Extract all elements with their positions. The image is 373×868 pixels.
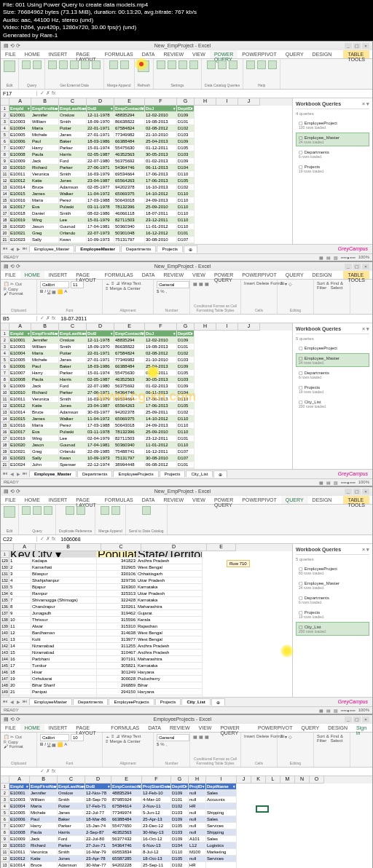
name-box[interactable]: F17: [1, 91, 37, 96]
cell[interactable]: D102: [171, 803, 189, 810]
cell[interactable]: Services: [206, 856, 237, 862]
cell[interactable]: E10006: [9, 363, 31, 370]
cell[interactable]: Harris: [58, 829, 85, 836]
cell[interactable]: E10012: [9, 178, 31, 184]
cell[interactable]: 22-07-1980: [87, 158, 114, 165]
cell[interactable]: Onslow: [59, 112, 87, 119]
cell[interactable]: 15-01-1974: [87, 145, 114, 151]
cell[interactable]: 65587285: [111, 856, 142, 862]
cell[interactable]: Lee: [59, 217, 87, 224]
tab-design[interactable]: DESIGN: [308, 496, 337, 504]
cell[interactable]: Kulti: [31, 636, 97, 643]
from-file-icon[interactable]: [59, 60, 68, 69]
format-table-button[interactable]: ▦: [199, 734, 203, 739]
cell[interactable]: D107: [177, 237, 195, 243]
table-header-empfirstname[interactable]: EmpFirstName: [31, 331, 59, 337]
cell[interactable]: 55475630: [114, 145, 145, 151]
cell[interactable]: Andhra Pradesh: [137, 643, 203, 650]
cell[interactable]: D101: [177, 462, 195, 468]
cell[interactable]: 27-06-1971: [87, 390, 114, 396]
col-header-A[interactable]: A: [9, 776, 30, 784]
tab-page-layout[interactable]: PAGE LAYOUT: [71, 50, 100, 58]
cell[interactable]: Parker: [59, 145, 87, 151]
col-header-D[interactable]: D: [141, 544, 207, 551]
tab-view[interactable]: VIEW: [188, 496, 210, 504]
cell[interactable]: Harry: [31, 370, 59, 376]
cell[interactable]: Jack: [30, 836, 58, 843]
close-pane-button[interactable]: × ▾: [362, 326, 369, 332]
cell[interactable]: Tumkur: [31, 663, 97, 669]
cell[interactable]: 12-02-2010: [145, 112, 177, 119]
add-sheet-button[interactable]: ⊕: [213, 470, 227, 478]
add-sheet-button[interactable]: ⊕: [184, 245, 197, 253]
table-header-empcontactnum[interactable]: EmpContactNum: [114, 106, 145, 112]
header-population[interactable]: Population (2011) ▾: [97, 551, 137, 558]
cell[interactable]: Sally: [31, 455, 59, 462]
cell[interactable]: 77349982: [114, 132, 145, 138]
cell[interactable]: 77349974: [111, 810, 142, 816]
cell[interactable]: 311255: [97, 643, 137, 650]
cell[interactable]: 294150: [97, 689, 137, 695]
cell[interactable]: 06-08-2012: [145, 243, 177, 244]
cell[interactable]: Baker: [58, 816, 85, 823]
data-catalog-icon[interactable]: [218, 60, 227, 69]
cell[interactable]: 3: [9, 571, 31, 577]
tab-formulas[interactable]: FORMULAS: [101, 496, 138, 504]
cell[interactable]: D104: [177, 390, 195, 396]
cell[interactable]: 01-02-2013: [145, 158, 177, 165]
cell[interactable]: 48835294: [114, 337, 145, 344]
cell[interactable]: D103: [177, 151, 195, 158]
wrap-text-button[interactable]: Wrap Text: [122, 734, 141, 738]
cell[interactable]: Katie: [31, 178, 59, 184]
cell[interactable]: E10008: [9, 151, 31, 158]
cell[interactable]: Jones: [59, 403, 87, 409]
cell[interactable]: Walker: [59, 191, 87, 197]
cell[interactable]: Rajasthan: [137, 623, 203, 630]
context-tab-table-tools[interactable]: TABLE TOOLS: [343, 496, 369, 504]
number-format-input[interactable]: [157, 281, 189, 288]
cell[interactable]: 24-09-2013: [145, 197, 177, 204]
tab-file[interactable]: FILE: [1, 50, 20, 58]
cell[interactable]: 78132396: [114, 204, 145, 210]
cell[interactable]: 319462: [97, 610, 137, 617]
italic-button[interactable]: I: [44, 742, 46, 746]
cell[interactable]: 54364746: [111, 843, 142, 849]
cell[interactable]: Smith: [59, 210, 87, 217]
query-employee_master[interactable]: ▢ Employee_Master24 rows loaded.: [296, 353, 369, 367]
tab-insert[interactable]: INSERT: [44, 724, 72, 732]
cell[interactable]: D104: [171, 843, 189, 849]
cell[interactable]: Jennifer: [31, 337, 59, 344]
cell[interactable]: John: [31, 462, 59, 468]
cell[interactable]: 7: [9, 597, 31, 604]
cell[interactable]: Haryana: [137, 689, 203, 695]
cell[interactable]: E10004: [9, 125, 31, 132]
fx-icon[interactable]: ✓ ✗ fx: [37, 768, 58, 774]
col-header-L[interactable]: L: [266, 776, 280, 784]
cell[interactable]: Parker: [59, 390, 87, 396]
align-top-button[interactable]: ⫠: [106, 734, 110, 738]
close-pane-button[interactable]: × ▾: [362, 101, 369, 107]
cell[interactable]: E10014: [9, 409, 31, 416]
cell[interactable]: Richard: [31, 390, 59, 396]
cell[interactable]: Shahjahanpur: [31, 577, 97, 584]
cell[interactable]: 65564263: [114, 178, 145, 184]
align-middle-button[interactable]: ≡: [111, 281, 114, 285]
cell[interactable]: 38994448: [114, 462, 145, 468]
cell[interactable]: 22-01-1971: [87, 350, 114, 357]
cell[interactable]: M100: [189, 849, 206, 856]
col-header-C[interactable]: C: [101, 544, 141, 551]
cell[interactable]: 18-03-1986: [87, 363, 114, 370]
cell[interactable]: 326360: [97, 584, 137, 591]
cell[interactable]: E10018: [9, 210, 31, 217]
wrap-text-button[interactable]: Wrap Text: [122, 281, 141, 285]
cell[interactable]: 14-10-2012: [145, 191, 177, 197]
cell[interactable]: Karnataka: [137, 597, 203, 604]
cell[interactable]: 30-May-13: [142, 829, 171, 836]
cell[interactable]: 82711503: [114, 435, 145, 442]
cell[interactable]: Smith: [59, 171, 87, 178]
cell-styles-button[interactable]: ▦: [205, 734, 209, 739]
query-departments[interactable]: ▢ Departments6 rows loaded.: [296, 368, 369, 382]
table-header-empcontactnum[interactable]: EmpContactNum▾: [111, 784, 142, 790]
col-header-C[interactable]: C: [59, 323, 87, 331]
table-header-deptid[interactable]: DeptID▾: [171, 784, 189, 790]
